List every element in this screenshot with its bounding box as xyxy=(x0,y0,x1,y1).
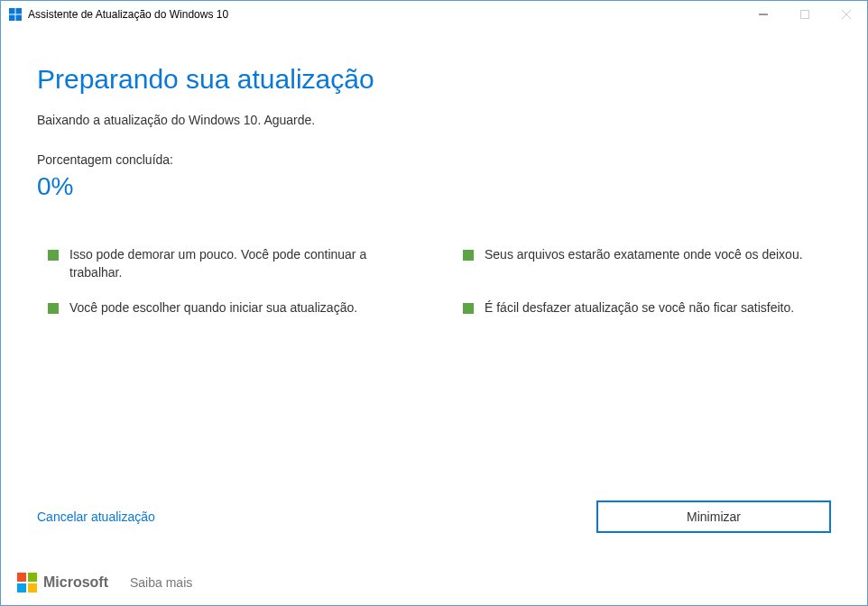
maximize-window-button xyxy=(784,1,826,28)
info-item: Seus arquivos estarão exatamente onde vo… xyxy=(452,246,831,281)
close-window-button xyxy=(826,1,867,28)
info-item-text: Você pode escolher quando iniciar sua at… xyxy=(69,299,357,317)
square-bullet-icon xyxy=(463,303,474,314)
window-controls xyxy=(743,1,867,28)
microsoft-logo-icon xyxy=(17,573,37,592)
status-text: Baixando a atualização do Windows 10. Ag… xyxy=(37,113,831,127)
window-title: Assistente de Atualização do Windows 10 xyxy=(28,8,228,21)
square-bullet-icon xyxy=(48,303,59,314)
main-content: Preparando sua atualização Baixando a at… xyxy=(1,28,867,500)
percent-value: 0% xyxy=(37,172,831,201)
percent-label: Porcentagem concluída: xyxy=(37,152,831,167)
svg-rect-5 xyxy=(801,11,809,19)
info-item: Você pode escolher quando iniciar sua at… xyxy=(37,299,416,317)
svg-rect-1 xyxy=(16,8,23,14)
bottom-bar: Microsoft Saiba mais xyxy=(1,560,867,605)
square-bullet-icon xyxy=(463,250,474,261)
cancel-update-link[interactable]: Cancelar atualização xyxy=(37,510,155,524)
learn-more-link[interactable]: Saiba mais xyxy=(130,575,192,590)
svg-rect-2 xyxy=(9,15,15,22)
microsoft-logo: Microsoft xyxy=(17,573,108,592)
info-grid: Isso pode demorar um pouco. Você pode co… xyxy=(37,246,831,317)
footer-actions: Cancelar atualização Minimizar xyxy=(1,500,867,560)
windows-logo-icon xyxy=(8,7,23,22)
info-item-text: Isso pode demorar um pouco. Você pode co… xyxy=(69,246,416,281)
svg-rect-0 xyxy=(9,8,15,14)
titlebar: Assistente de Atualização do Windows 10 xyxy=(1,1,867,28)
square-bullet-icon xyxy=(48,250,59,261)
info-item: Isso pode demorar um pouco. Você pode co… xyxy=(37,246,416,281)
microsoft-logo-text: Microsoft xyxy=(43,574,108,591)
minimize-window-button[interactable] xyxy=(743,1,784,28)
info-item-text: Seus arquivos estarão exatamente onde vo… xyxy=(485,246,803,264)
minimize-button[interactable]: Minimizar xyxy=(596,500,831,533)
info-item-text: É fácil desfazer atualização se você não… xyxy=(485,299,794,317)
page-title: Preparando sua atualização xyxy=(37,64,831,95)
info-item: É fácil desfazer atualização se você não… xyxy=(452,299,831,317)
svg-rect-3 xyxy=(16,15,23,22)
